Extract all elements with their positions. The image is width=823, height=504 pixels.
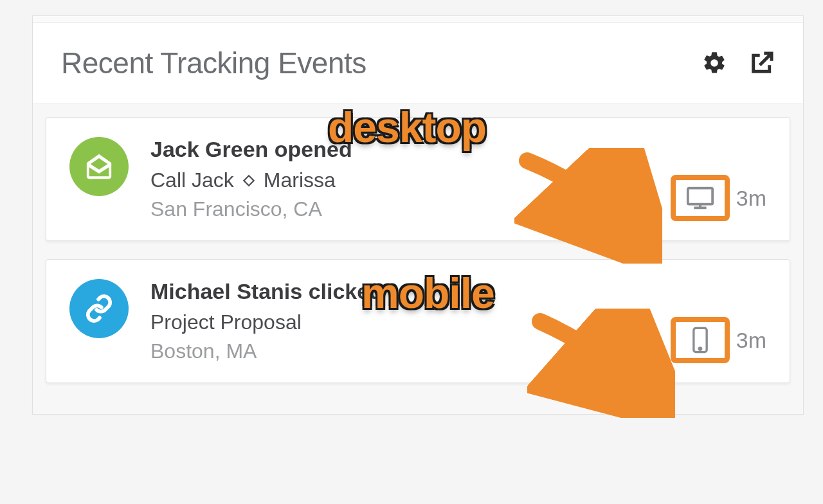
event-subject-prefix: Project Proposal (150, 310, 302, 334)
settings-button[interactable] (701, 50, 727, 76)
event-card[interactable]: Jack Green opened Call Jack Marissa San … (46, 117, 790, 241)
device-indicator-desktop (671, 175, 730, 221)
event-subject-suffix: Marissa (264, 168, 336, 192)
panel-actions (701, 50, 775, 76)
event-location: San Francisco, CA (150, 197, 671, 221)
event-time: 3m (736, 328, 766, 353)
event-title: Jack Green opened (150, 137, 671, 162)
event-title: Michael Stanis clicked (150, 279, 671, 304)
event-subject-prefix: Call Jack (150, 168, 234, 192)
svg-rect-0 (688, 188, 712, 204)
events-list: Jack Green opened Call Jack Marissa San … (33, 104, 803, 414)
open-external-button[interactable] (749, 50, 775, 76)
diamond-icon (242, 174, 256, 188)
event-card[interactable]: Michael Stanis clicked Project Proposal … (46, 259, 790, 383)
event-location: Boston, MA (150, 339, 671, 363)
svg-point-4 (699, 348, 701, 350)
event-subject: Call Jack Marissa (150, 168, 671, 192)
event-meta: 3m (671, 317, 766, 363)
event-body: Michael Stanis clicked Project Proposal … (150, 279, 671, 363)
device-indicator-mobile (671, 317, 730, 363)
panel-tab-strip (33, 16, 803, 22)
event-subject: Project Proposal (150, 310, 671, 334)
event-time: 3m (736, 186, 766, 211)
event-avatar (69, 137, 129, 196)
tracking-events-panel: Recent Tracking Events (32, 15, 804, 415)
mobile-icon (691, 326, 710, 354)
email-open-icon (84, 152, 114, 181)
event-body: Jack Green opened Call Jack Marissa San … (150, 137, 671, 221)
link-icon (84, 294, 114, 323)
panel-title: Recent Tracking Events (61, 46, 366, 80)
panel-header: Recent Tracking Events (33, 22, 803, 104)
event-avatar (69, 279, 129, 338)
event-meta: 3m (671, 175, 766, 221)
desktop-icon (685, 185, 715, 211)
external-link-icon (749, 50, 775, 76)
gear-icon (701, 50, 727, 76)
